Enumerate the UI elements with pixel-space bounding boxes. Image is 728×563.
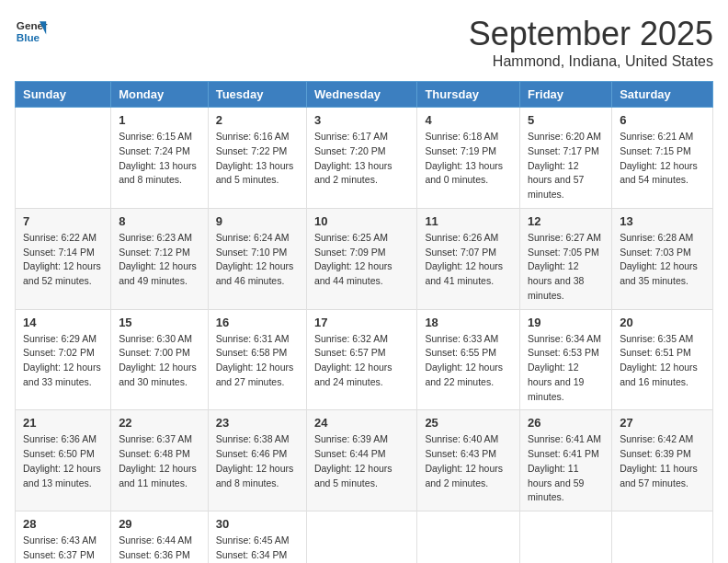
day-info: Sunrise: 6:32 AMSunset: 6:57 PMDaylight:… xyxy=(314,332,409,390)
calendar-cell xyxy=(16,108,111,209)
header-tuesday: Tuesday xyxy=(208,82,306,108)
day-number: 2 xyxy=(216,113,299,127)
day-number: 22 xyxy=(119,416,200,430)
day-info: Sunrise: 6:41 AMSunset: 6:41 PMDaylight:… xyxy=(528,432,604,505)
calendar-cell: 21Sunrise: 6:36 AMSunset: 6:50 PMDayligh… xyxy=(16,410,111,511)
title-block: September 2025 Hammond, Indiana, United … xyxy=(469,15,713,70)
day-info: Sunrise: 6:23 AMSunset: 7:12 PMDaylight:… xyxy=(119,231,200,289)
header-thursday: Thursday xyxy=(417,82,520,108)
calendar-cell: 1Sunrise: 6:15 AMSunset: 7:24 PMDaylight… xyxy=(111,108,209,209)
calendar-cell: 5Sunrise: 6:20 AMSunset: 7:17 PMDaylight… xyxy=(520,108,612,209)
calendar-cell: 30Sunrise: 6:45 AMSunset: 6:34 PMDayligh… xyxy=(208,511,306,564)
calendar-cell: 6Sunrise: 6:21 AMSunset: 7:15 PMDaylight… xyxy=(612,108,713,209)
day-info: Sunrise: 6:35 AMSunset: 6:51 PMDaylight:… xyxy=(620,332,705,390)
day-info: Sunrise: 6:37 AMSunset: 6:48 PMDaylight:… xyxy=(119,432,200,490)
day-number: 6 xyxy=(620,113,705,127)
day-number: 29 xyxy=(119,517,200,531)
calendar-cell: 12Sunrise: 6:27 AMSunset: 7:05 PMDayligh… xyxy=(520,208,612,309)
calendar-cell xyxy=(306,511,416,564)
week-row-2: 14Sunrise: 6:29 AMSunset: 7:02 PMDayligh… xyxy=(16,309,713,410)
day-number: 30 xyxy=(216,517,299,531)
calendar-cell: 9Sunrise: 6:24 AMSunset: 7:10 PMDaylight… xyxy=(208,208,306,309)
day-number: 12 xyxy=(528,214,604,228)
calendar-cell: 28Sunrise: 6:43 AMSunset: 6:37 PMDayligh… xyxy=(16,511,111,564)
calendar-cell: 19Sunrise: 6:34 AMSunset: 6:53 PMDayligh… xyxy=(520,309,612,410)
day-number: 23 xyxy=(216,416,299,430)
day-number: 15 xyxy=(119,316,200,329)
day-number: 27 xyxy=(620,416,705,430)
week-row-0: 1Sunrise: 6:15 AMSunset: 7:24 PMDaylight… xyxy=(16,108,713,209)
page-header: General Blue September 2025 Hammond, Ind… xyxy=(15,15,713,70)
day-info: Sunrise: 6:40 AMSunset: 6:43 PMDaylight:… xyxy=(425,432,512,490)
day-info: Sunrise: 6:27 AMSunset: 7:05 PMDaylight:… xyxy=(528,231,604,304)
day-info: Sunrise: 6:39 AMSunset: 6:44 PMDaylight:… xyxy=(314,432,409,490)
logo-icon: General Blue xyxy=(15,15,48,48)
page-subtitle: Hammond, Indiana, United States xyxy=(469,53,713,70)
calendar-cell: 10Sunrise: 6:25 AMSunset: 7:09 PMDayligh… xyxy=(306,208,416,309)
calendar-cell: 20Sunrise: 6:35 AMSunset: 6:51 PMDayligh… xyxy=(612,309,713,410)
calendar-cell: 22Sunrise: 6:37 AMSunset: 6:48 PMDayligh… xyxy=(111,410,209,511)
day-info: Sunrise: 6:18 AMSunset: 7:19 PMDaylight:… xyxy=(425,130,512,188)
day-number: 7 xyxy=(23,214,103,228)
header-sunday: Sunday xyxy=(16,82,111,108)
day-info: Sunrise: 6:17 AMSunset: 7:20 PMDaylight:… xyxy=(314,130,409,188)
header-wednesday: Wednesday xyxy=(306,82,416,108)
week-row-3: 21Sunrise: 6:36 AMSunset: 6:50 PMDayligh… xyxy=(16,410,713,511)
day-number: 3 xyxy=(314,113,409,127)
day-info: Sunrise: 6:22 AMSunset: 7:14 PMDaylight:… xyxy=(23,231,103,289)
day-number: 24 xyxy=(314,416,409,430)
calendar-cell: 8Sunrise: 6:23 AMSunset: 7:12 PMDaylight… xyxy=(111,208,209,309)
calendar-cell: 27Sunrise: 6:42 AMSunset: 6:39 PMDayligh… xyxy=(612,410,713,511)
day-number: 20 xyxy=(620,316,705,329)
header-friday: Friday xyxy=(520,82,612,108)
day-number: 10 xyxy=(314,214,409,228)
day-info: Sunrise: 6:31 AMSunset: 6:58 PMDaylight:… xyxy=(216,332,299,390)
day-info: Sunrise: 6:29 AMSunset: 7:02 PMDaylight:… xyxy=(23,332,103,390)
day-number: 16 xyxy=(216,316,299,329)
header-saturday: Saturday xyxy=(612,82,713,108)
day-info: Sunrise: 6:45 AMSunset: 6:34 PMDaylight:… xyxy=(216,534,299,563)
header-monday: Monday xyxy=(111,82,209,108)
day-info: Sunrise: 6:24 AMSunset: 7:10 PMDaylight:… xyxy=(216,231,299,289)
day-number: 28 xyxy=(23,517,103,531)
calendar-cell: 18Sunrise: 6:33 AMSunset: 6:55 PMDayligh… xyxy=(417,309,520,410)
calendar-cell: 11Sunrise: 6:26 AMSunset: 7:07 PMDayligh… xyxy=(417,208,520,309)
day-number: 25 xyxy=(425,416,512,430)
calendar-cell: 13Sunrise: 6:28 AMSunset: 7:03 PMDayligh… xyxy=(612,208,713,309)
calendar-cell: 4Sunrise: 6:18 AMSunset: 7:19 PMDaylight… xyxy=(417,108,520,209)
day-info: Sunrise: 6:30 AMSunset: 7:00 PMDaylight:… xyxy=(119,332,200,390)
calendar-cell: 2Sunrise: 6:16 AMSunset: 7:22 PMDaylight… xyxy=(208,108,306,209)
calendar-cell: 17Sunrise: 6:32 AMSunset: 6:57 PMDayligh… xyxy=(306,309,416,410)
day-info: Sunrise: 6:28 AMSunset: 7:03 PMDaylight:… xyxy=(620,231,705,289)
day-info: Sunrise: 6:26 AMSunset: 7:07 PMDaylight:… xyxy=(425,231,512,289)
day-number: 13 xyxy=(620,214,705,228)
day-number: 1 xyxy=(119,113,200,127)
calendar-cell: 15Sunrise: 6:30 AMSunset: 7:00 PMDayligh… xyxy=(111,309,209,410)
day-info: Sunrise: 6:21 AMSunset: 7:15 PMDaylight:… xyxy=(620,130,705,188)
calendar-cell: 29Sunrise: 6:44 AMSunset: 6:36 PMDayligh… xyxy=(111,511,209,564)
calendar-header-row: SundayMondayTuesdayWednesdayThursdayFrid… xyxy=(16,82,713,108)
day-number: 11 xyxy=(425,214,512,228)
calendar-cell: 25Sunrise: 6:40 AMSunset: 6:43 PMDayligh… xyxy=(417,410,520,511)
day-number: 26 xyxy=(528,416,604,430)
day-info: Sunrise: 6:38 AMSunset: 6:46 PMDaylight:… xyxy=(216,432,299,490)
day-number: 9 xyxy=(216,214,299,228)
calendar-cell: 23Sunrise: 6:38 AMSunset: 6:46 PMDayligh… xyxy=(208,410,306,511)
day-info: Sunrise: 6:25 AMSunset: 7:09 PMDaylight:… xyxy=(314,231,409,289)
day-info: Sunrise: 6:15 AMSunset: 7:24 PMDaylight:… xyxy=(119,130,200,188)
day-number: 21 xyxy=(23,416,103,430)
calendar-cell xyxy=(520,511,612,564)
day-info: Sunrise: 6:20 AMSunset: 7:17 PMDaylight:… xyxy=(528,130,604,202)
logo: General Blue xyxy=(15,15,48,48)
day-info: Sunrise: 6:36 AMSunset: 6:50 PMDaylight:… xyxy=(23,432,103,490)
calendar-cell: 3Sunrise: 6:17 AMSunset: 7:20 PMDaylight… xyxy=(306,108,416,209)
day-info: Sunrise: 6:44 AMSunset: 6:36 PMDaylight:… xyxy=(119,534,200,563)
calendar-cell: 24Sunrise: 6:39 AMSunset: 6:44 PMDayligh… xyxy=(306,410,416,511)
calendar-cell: 26Sunrise: 6:41 AMSunset: 6:41 PMDayligh… xyxy=(520,410,612,511)
day-info: Sunrise: 6:42 AMSunset: 6:39 PMDaylight:… xyxy=(620,432,705,490)
week-row-4: 28Sunrise: 6:43 AMSunset: 6:37 PMDayligh… xyxy=(16,511,713,564)
day-info: Sunrise: 6:34 AMSunset: 6:53 PMDaylight:… xyxy=(528,332,604,405)
svg-text:Blue: Blue xyxy=(17,31,40,43)
day-info: Sunrise: 6:43 AMSunset: 6:37 PMDaylight:… xyxy=(23,534,103,563)
day-number: 8 xyxy=(119,214,200,228)
